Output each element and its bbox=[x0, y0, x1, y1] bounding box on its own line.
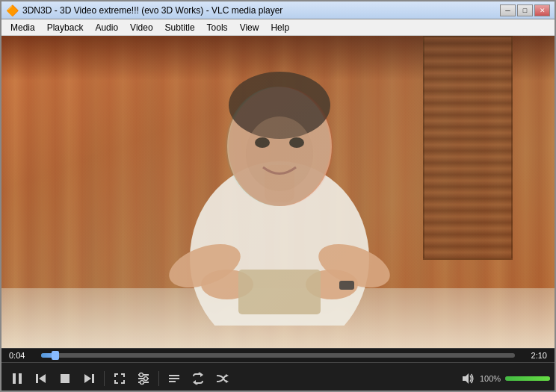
menu-help[interactable]: Help bbox=[265, 21, 295, 34]
next-chapter-button[interactable] bbox=[78, 367, 100, 390]
menu-tools[interactable]: Tools bbox=[201, 21, 234, 34]
time-current: 0:04 bbox=[9, 351, 35, 360]
progress-bar[interactable] bbox=[41, 353, 515, 358]
separator-2 bbox=[158, 371, 159, 386]
fullscreen-icon bbox=[113, 372, 126, 385]
svg-rect-29 bbox=[169, 378, 179, 379]
volume-bar[interactable] bbox=[505, 376, 550, 381]
menu-bar: Media Playback Audio Video Subtitle Tool… bbox=[1, 19, 555, 36]
volume-button[interactable] bbox=[459, 370, 477, 388]
controls-bar: 100% bbox=[1, 363, 555, 392]
status-bar: 0:04 2:10 bbox=[1, 348, 555, 363]
app-icon: 🔶 bbox=[6, 4, 18, 16]
next-chapter-icon bbox=[82, 372, 96, 385]
svg-marker-20 bbox=[84, 374, 91, 383]
maximize-button[interactable]: □ bbox=[517, 4, 533, 16]
play-pause-button[interactable] bbox=[6, 367, 28, 390]
svg-point-25 bbox=[140, 373, 143, 376]
prev-chapter-button[interactable] bbox=[30, 367, 52, 390]
menu-subtitle[interactable]: Subtitle bbox=[159, 21, 201, 34]
svg-rect-18 bbox=[36, 374, 38, 383]
video-content bbox=[1, 36, 556, 348]
menu-video[interactable]: Video bbox=[124, 21, 158, 34]
volume-area: 100% bbox=[459, 370, 550, 388]
extended-settings-button[interactable] bbox=[132, 367, 155, 390]
anaglyph-overlay bbox=[1, 36, 556, 348]
svg-marker-33 bbox=[226, 374, 229, 377]
svg-marker-32 bbox=[193, 380, 196, 385]
volume-icon bbox=[461, 372, 475, 385]
time-total: 2:10 bbox=[521, 351, 547, 360]
pause-icon bbox=[10, 372, 24, 385]
svg-rect-16 bbox=[19, 373, 22, 384]
svg-rect-30 bbox=[169, 381, 176, 382]
svg-rect-21 bbox=[92, 374, 94, 383]
stop-button[interactable] bbox=[54, 367, 76, 390]
extended-settings-icon bbox=[137, 372, 150, 385]
menu-media[interactable]: Media bbox=[4, 21, 41, 34]
progress-handle[interactable] bbox=[52, 351, 59, 360]
menu-playback[interactable]: Playback bbox=[41, 21, 90, 34]
svg-point-26 bbox=[144, 376, 148, 380]
svg-marker-34 bbox=[226, 380, 229, 383]
menu-view[interactable]: View bbox=[234, 21, 265, 34]
shuffle-icon bbox=[215, 372, 229, 385]
video-area[interactable] bbox=[1, 36, 556, 348]
fullscreen-button[interactable] bbox=[108, 367, 131, 390]
minimize-button[interactable]: ─ bbox=[500, 4, 516, 16]
svg-rect-19 bbox=[61, 374, 70, 383]
volume-fill bbox=[505, 376, 550, 381]
loop-icon bbox=[191, 372, 205, 385]
svg-point-27 bbox=[140, 380, 144, 384]
prev-chapter-icon bbox=[34, 372, 48, 385]
separator-1 bbox=[104, 371, 105, 386]
title-bar: 🔶 3DN3D - 3D Video extreme!!! (evo 3D Wo… bbox=[1, 1, 555, 19]
svg-rect-15 bbox=[13, 373, 16, 384]
stop-icon bbox=[58, 372, 72, 385]
svg-marker-35 bbox=[463, 373, 469, 384]
menu-audio[interactable]: Audio bbox=[89, 21, 124, 34]
playlist-button[interactable] bbox=[163, 367, 185, 390]
window-title: 3DN3D - 3D Video extreme!!! (evo 3D Work… bbox=[22, 5, 500, 16]
shuffle-button[interactable] bbox=[211, 367, 233, 390]
svg-rect-28 bbox=[169, 375, 179, 376]
window-controls: ─ □ ✕ bbox=[500, 4, 550, 16]
close-button[interactable]: ✕ bbox=[534, 4, 550, 16]
playlist-icon bbox=[167, 372, 181, 385]
loop-button[interactable] bbox=[187, 367, 209, 390]
volume-percentage: 100% bbox=[480, 374, 502, 383]
svg-marker-17 bbox=[39, 374, 46, 383]
svg-marker-31 bbox=[200, 373, 203, 377]
